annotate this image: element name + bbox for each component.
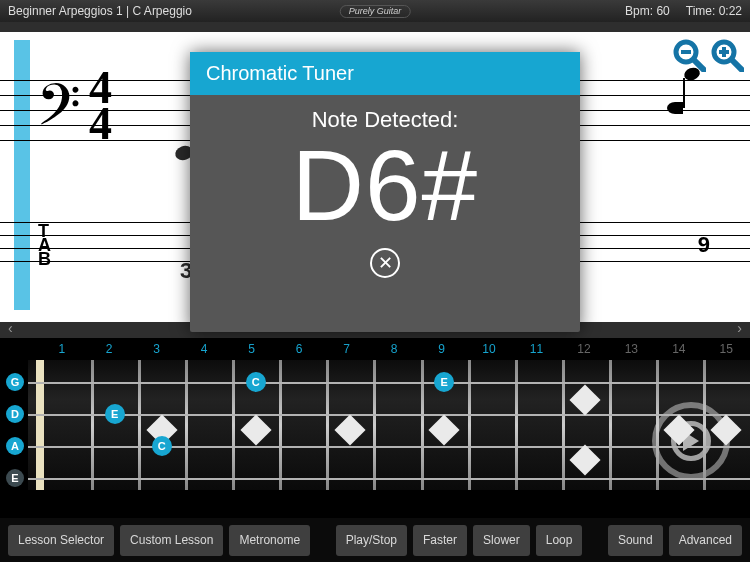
fret-line bbox=[232, 360, 235, 490]
open-string-note[interactable]: D bbox=[6, 405, 24, 423]
score-area: 𝄢 4 4 T A B 3 9 ‹ › Chromati bbox=[0, 22, 750, 338]
bass-clef-icon: 𝄢 bbox=[36, 77, 81, 147]
tuner-title: Chromatic Tuner bbox=[190, 52, 580, 95]
brand-logo: Purely Guitar bbox=[340, 5, 411, 18]
fret-number: 1 bbox=[38, 342, 85, 360]
string bbox=[28, 446, 750, 448]
fret-number: 15 bbox=[703, 342, 750, 360]
open-string-note[interactable]: G bbox=[6, 373, 24, 391]
fret-line bbox=[515, 360, 518, 490]
fret-number: 13 bbox=[608, 342, 655, 360]
metronome-button[interactable]: Metronome bbox=[229, 525, 310, 556]
time-display: Time: 0:22 bbox=[686, 4, 742, 18]
zoom-out-button[interactable] bbox=[672, 38, 706, 72]
fretboard-section: 123456789101112131415 GDAEECCE bbox=[0, 338, 750, 518]
close-icon: ✕ bbox=[378, 252, 393, 274]
fret-number: 2 bbox=[85, 342, 132, 360]
fret-inlay bbox=[570, 444, 601, 475]
fret-line bbox=[421, 360, 424, 490]
fret-number: 8 bbox=[370, 342, 417, 360]
tab-number: 9 bbox=[698, 232, 710, 258]
fret-note-marker[interactable]: C bbox=[152, 436, 172, 456]
chromatic-tuner-popup: Chromatic Tuner Note Detected: D6# ✕ bbox=[190, 52, 580, 332]
fret-number: 12 bbox=[560, 342, 607, 360]
advanced-button[interactable]: Advanced bbox=[669, 525, 742, 556]
fretboard[interactable]: GDAEECCE bbox=[28, 360, 750, 490]
nut bbox=[36, 360, 44, 490]
fret-inlay bbox=[570, 384, 601, 415]
fret-number: 5 bbox=[228, 342, 275, 360]
string bbox=[28, 478, 750, 480]
lesson-title: Beginner Arpeggios 1 | C Arpeggio bbox=[8, 4, 192, 18]
time-sig-bottom: 4 bbox=[89, 106, 112, 142]
open-string-note[interactable]: A bbox=[6, 437, 24, 455]
lesson-selector-button[interactable]: Lesson Selector bbox=[8, 525, 114, 556]
fret-number: 11 bbox=[513, 342, 560, 360]
score-prev-button[interactable]: ‹ bbox=[2, 318, 19, 338]
fret-note-marker[interactable]: E bbox=[105, 404, 125, 424]
open-string-note[interactable]: E bbox=[6, 469, 24, 487]
bpm-display: Bpm: 60 bbox=[625, 4, 670, 18]
fret-number-row: 123456789101112131415 bbox=[0, 342, 750, 360]
play-stop-button[interactable]: Play/Stop bbox=[336, 525, 407, 556]
fret-number: 10 bbox=[465, 342, 512, 360]
zoom-in-button[interactable] bbox=[710, 38, 744, 72]
score-next-button[interactable]: › bbox=[731, 318, 748, 338]
tuner-close-button[interactable]: ✕ bbox=[370, 248, 400, 278]
fret-number: 4 bbox=[180, 342, 227, 360]
fret-line bbox=[703, 360, 706, 490]
fret-inlay bbox=[429, 414, 460, 445]
fret-line bbox=[138, 360, 141, 490]
fret-number: 14 bbox=[655, 342, 702, 360]
string bbox=[28, 382, 750, 384]
faster-button[interactable]: Faster bbox=[413, 525, 467, 556]
fret-line bbox=[279, 360, 282, 490]
fret-number: 3 bbox=[133, 342, 180, 360]
fret-number: 9 bbox=[418, 342, 465, 360]
fret-inlay bbox=[334, 414, 365, 445]
fret-line bbox=[562, 360, 565, 490]
loop-button[interactable]: Loop bbox=[536, 525, 583, 556]
fret-line bbox=[185, 360, 188, 490]
bottom-toolbar: Lesson Selector Custom Lesson Metronome … bbox=[0, 518, 750, 562]
svg-line-2 bbox=[694, 60, 704, 70]
fret-line bbox=[609, 360, 612, 490]
fret-line bbox=[373, 360, 376, 490]
fret-note-marker[interactable]: E bbox=[434, 372, 454, 392]
slower-button[interactable]: Slower bbox=[473, 525, 530, 556]
string bbox=[28, 414, 750, 416]
tab-label: T A B bbox=[38, 224, 51, 266]
fret-line bbox=[326, 360, 329, 490]
svg-line-6 bbox=[732, 60, 742, 70]
fret-line bbox=[656, 360, 659, 490]
fret-number: 7 bbox=[323, 342, 370, 360]
fret-line bbox=[468, 360, 471, 490]
header-bar: Beginner Arpeggios 1 | C Arpeggio Purely… bbox=[0, 0, 750, 22]
sound-button[interactable]: Sound bbox=[608, 525, 663, 556]
fret-inlay bbox=[240, 414, 271, 445]
tuner-note-value: D6# bbox=[190, 133, 580, 238]
custom-lesson-button[interactable]: Custom Lesson bbox=[120, 525, 223, 556]
time-signature: 4 4 bbox=[89, 70, 112, 142]
fret-note-marker[interactable]: C bbox=[246, 372, 266, 392]
fret-number: 6 bbox=[275, 342, 322, 360]
fret-line bbox=[91, 360, 94, 490]
